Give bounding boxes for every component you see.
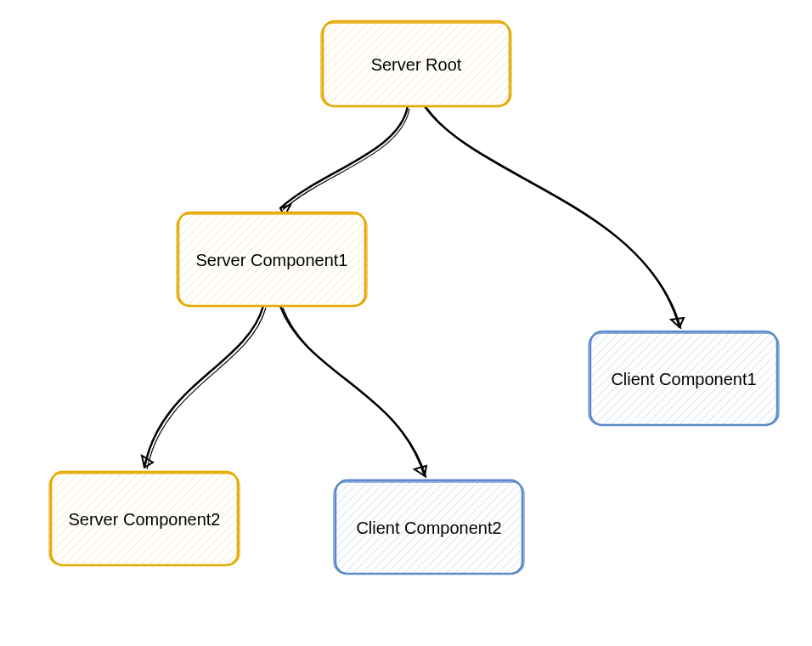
node-server-component2-label: Server Component2	[69, 510, 221, 529]
diagram-canvas: Server Root Server Component1 Client Com…	[0, 0, 812, 646]
node-client-component2-label: Client Component2	[356, 518, 501, 537]
edge-server1-server2	[142, 306, 266, 469]
node-server-root: Server Root	[321, 21, 511, 106]
node-client-component1: Client Component1	[589, 332, 779, 425]
node-client-component2: Client Component2	[334, 480, 524, 574]
node-server-root-label: Server Root	[371, 55, 462, 74]
edge-root-server1	[280, 106, 409, 216]
node-server-component1-label: Server Component1	[196, 251, 348, 269]
edge-server1-client2	[280, 306, 426, 478]
node-client-component1-label: Client Component1	[611, 370, 756, 388]
node-server-component2: Server Component2	[49, 472, 240, 565]
node-server-component1: Server Component1	[177, 212, 367, 306]
edge-root-client1	[425, 106, 684, 329]
